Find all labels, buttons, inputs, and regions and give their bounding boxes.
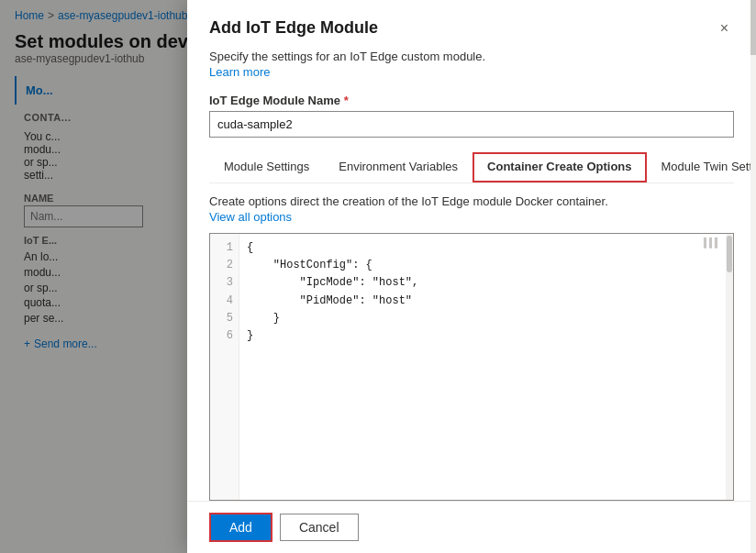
- tabs-bar: Module Settings Environment Variables Co…: [209, 152, 734, 183]
- code-scrollbar-thumb[interactable]: [727, 236, 732, 272]
- line-num-2: 2: [210, 257, 239, 274]
- line-num-3: 3: [210, 274, 239, 292]
- modal-title: Add IoT Edge Module: [209, 18, 378, 38]
- modal-panel: Add IoT Edge Module × Specify the settin…: [187, 0, 756, 553]
- tab-module-settings[interactable]: Module Settings: [209, 152, 324, 182]
- modal-overlay: Add IoT Edge Module × Specify the settin…: [0, 0, 756, 553]
- tab-container-create-options[interactable]: Container Create Options: [472, 152, 646, 182]
- tab-environment-variables[interactable]: Environment Variables: [324, 152, 472, 182]
- module-name-label: IoT Edge Module Name *: [209, 94, 734, 107]
- tab-module-twin-settings[interactable]: Module Twin Settings: [647, 152, 756, 182]
- modal-header: Add IoT Edge Module ×: [187, 0, 756, 50]
- line-num-6: 6: [210, 327, 239, 345]
- modal-close-button[interactable]: ×: [715, 18, 734, 39]
- modal-description: Specify the settings for an IoT Edge cus…: [209, 50, 734, 63]
- line-num-1: 1: [210, 239, 239, 257]
- code-minimap: ▌▌▌: [704, 238, 720, 248]
- required-marker: *: [344, 94, 349, 107]
- learn-more-link[interactable]: Learn more: [209, 65, 734, 79]
- modal-body: Specify the settings for an IoT Edge cus…: [187, 50, 756, 501]
- line-numbers: 1 2 3 4 5 6: [210, 234, 239, 500]
- view-all-options-link[interactable]: View all options: [209, 210, 734, 224]
- module-name-group: IoT Edge Module Name *: [209, 94, 734, 138]
- code-scrollbar-track[interactable]: [726, 234, 733, 500]
- line-num-5: 5: [210, 310, 239, 327]
- code-content[interactable]: { "HostConfig": { "IpcMode": "host", "Pi…: [239, 234, 733, 500]
- section-description: Create options direct the creation of th…: [209, 194, 734, 208]
- add-button[interactable]: Add: [209, 513, 272, 542]
- cancel-button[interactable]: Cancel: [280, 514, 359, 541]
- line-num-4: 4: [210, 293, 239, 310]
- modal-scrollbar-thumb[interactable]: [750, 0, 756, 55]
- modal-scrollbar-track[interactable]: [750, 0, 756, 553]
- module-name-input[interactable]: [209, 111, 734, 138]
- modal-footer: Add Cancel: [187, 501, 756, 553]
- code-editor[interactable]: 1 2 3 4 5 6 { "HostConfig": { "IpcMode":…: [209, 233, 734, 501]
